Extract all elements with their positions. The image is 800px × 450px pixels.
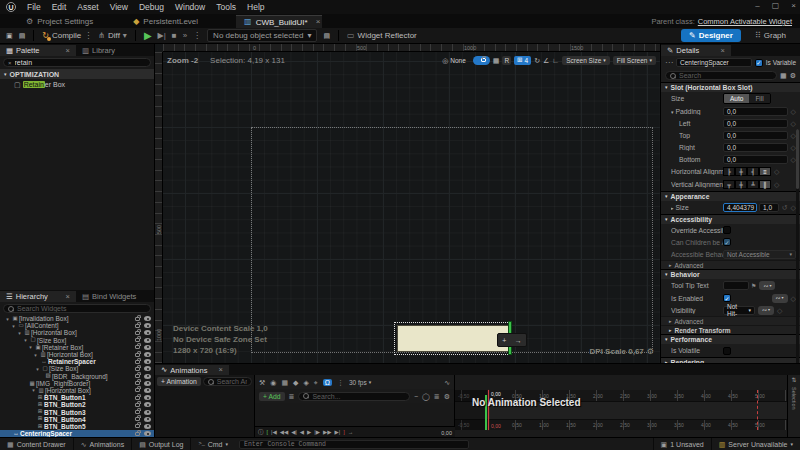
expander-icon[interactable]: ▾ — [22, 337, 29, 343]
size-rule-segmented[interactable]: Auto Fill — [723, 93, 771, 104]
step-back-button[interactable]: ◀| — [291, 430, 297, 436]
reset-diamond-icon[interactable]: ◇ — [791, 120, 796, 127]
lock-icon[interactable] — [135, 374, 140, 378]
display-options-icon[interactable]: ▦ — [780, 72, 787, 79]
gear-icon[interactable]: ⚙ — [790, 72, 796, 79]
menu-file[interactable]: File — [27, 2, 41, 12]
details-scrollbar[interactable] — [796, 129, 799, 363]
tab-project-settings[interactable]: ⚙ Project Settings — [18, 15, 101, 28]
palette-item-retainer-box[interactable]: ▢ Retainer Box — [0, 79, 154, 89]
expander-icon[interactable]: ▾ — [34, 366, 41, 372]
lock-icon[interactable] — [135, 403, 140, 407]
reset-diamond-icon[interactable]: ◇ — [777, 307, 782, 314]
close-icon[interactable]: × — [66, 293, 70, 301]
expander-icon[interactable]: ▾ — [30, 387, 37, 393]
timeline[interactable]: -0,50 0,50 1,00 1,50 2,00 2,50 3,00 3,50… — [455, 375, 787, 438]
render-icon[interactable]: ▦ — [281, 379, 288, 386]
corner-tool-icon[interactable]: ∟ — [552, 57, 559, 64]
eye-icon[interactable] — [144, 374, 151, 379]
tree-row[interactable]: ↔RetainerSpacer — [0, 358, 154, 365]
close-icon[interactable]: × — [66, 47, 70, 55]
track-search[interactable] — [298, 392, 409, 401]
grid-button[interactable]: ▦ — [493, 57, 500, 64]
tab-animations[interactable]: ∿ Animations × — [155, 365, 229, 375]
expander-icon[interactable]: ▾ — [27, 344, 34, 350]
animation-search[interactable] — [203, 377, 252, 386]
lock-icon[interactable] — [135, 381, 140, 385]
cmd-dropdown[interactable]: >_ Cmd ▾ — [191, 438, 235, 450]
clear-search-icon[interactable]: × — [8, 60, 12, 66]
lock-icon[interactable] — [135, 367, 140, 371]
lock-icon[interactable] — [135, 360, 140, 364]
override-accessible-checkbox[interactable] — [723, 226, 731, 234]
size-auto-option[interactable]: Auto — [724, 94, 749, 103]
expand-tracks-icon[interactable]: ⇅ — [788, 377, 800, 383]
details-search[interactable] — [665, 71, 777, 80]
tab-hierarchy[interactable]: ☰ Hierarchy × — [0, 291, 76, 302]
hierarchy-search[interactable] — [3, 304, 151, 313]
eye-icon[interactable] — [144, 352, 151, 357]
eye-icon[interactable] — [144, 330, 151, 335]
valign-bottom-button[interactable]: ┻ — [747, 180, 759, 189]
halign-left-button[interactable]: ┣ — [723, 167, 735, 176]
design-canvas[interactable]: Zoom -2 Selection: 4,19 x 131 ◎ None ▦ R… — [163, 52, 660, 363]
console-command-input[interactable] — [244, 441, 464, 448]
range-start-icon[interactable]: [ — [267, 430, 269, 436]
stop-button[interactable]: ■ — [172, 32, 177, 40]
minus-icon[interactable]: − — [414, 393, 418, 400]
chevron-right-icon[interactable]: ▸ — [671, 206, 674, 211]
lock-icon[interactable] — [135, 417, 140, 421]
valign-center-button[interactable]: ╋ — [735, 180, 747, 189]
close-tab-icon[interactable]: × — [316, 18, 321, 26]
add-track-button[interactable]: + Add — [259, 392, 285, 401]
marker-pin-icon[interactable]: ⌖ — [314, 379, 318, 386]
lock-icon[interactable] — [135, 432, 140, 436]
localization-preview-button[interactable]: ◎ None — [438, 56, 470, 65]
size-x-field[interactable]: 4,404379 — [723, 203, 757, 212]
bind-button[interactable]: ∾ ▾ — [759, 281, 775, 290]
go-to-end-button[interactable]: ▶| — [334, 430, 340, 436]
tree-row[interactable]: ⊞BTN_Button5 — [0, 423, 154, 430]
tree-row[interactable]: ▦[IMG_RightBorder] — [0, 380, 154, 387]
tree-row[interactable]: ▾▭[AllContent] — [0, 322, 154, 329]
padding-right-field[interactable]: 0,0 — [723, 143, 788, 152]
eye-icon[interactable] — [144, 431, 151, 436]
lock-icon[interactable] — [135, 353, 140, 357]
info-icon[interactable]: ⓘ — [258, 430, 264, 436]
eye-icon[interactable] — [144, 388, 151, 393]
step-back-frames-button[interactable]: ◀◀ — [280, 430, 288, 436]
section-render-transform[interactable]: ▸ Render Transform — [661, 325, 800, 334]
oval-icon[interactable]: ◯ — [422, 393, 430, 400]
unreal-logo-icon[interactable]: U — [6, 2, 16, 12]
wrench-icon[interactable]: ⚒ — [259, 379, 265, 386]
valign-fill-button[interactable]: ║ — [759, 180, 771, 189]
tab-bind-widgets[interactable]: ▤ Bind Widgets — [76, 291, 142, 302]
padding-field[interactable]: 0,0 — [723, 107, 788, 116]
menu-view[interactable]: View — [110, 2, 128, 12]
section-appearance[interactable]: ▾ Appearance — [661, 191, 800, 201]
output-log-button[interactable]: ▤ Output Log — [132, 438, 191, 450]
tree-row[interactable]: ▾▥[Horizontal Box] — [0, 329, 154, 336]
tab-persistent-level[interactable]: ◆ PersistentLevel — [125, 15, 206, 28]
kebab-icon[interactable]: ⋮ — [337, 379, 344, 386]
reset-diamond-icon[interactable]: ◇ — [774, 181, 779, 188]
play-button[interactable]: ▶ — [307, 430, 311, 436]
close-icon[interactable]: × — [721, 47, 725, 55]
widget-name-field[interactable]: CenteringSpacer — [676, 58, 752, 67]
console-command-field[interactable] — [239, 440, 469, 449]
tab-library[interactable]: ▥ Library — [76, 45, 121, 56]
tree-row[interactable]: ⊞BTN_Button2 — [0, 401, 154, 408]
lock-icon[interactable] — [135, 338, 140, 342]
source-control-status[interactable]: ▥ Server Unavailable ▾ — [711, 438, 800, 450]
filter-icon[interactable]: ≣ — [289, 393, 295, 400]
hierarchy-search-input[interactable] — [17, 305, 146, 312]
fill-screen-dropdown[interactable]: Fill Screen ▾ — [613, 56, 656, 65]
size-y-field[interactable]: 1,0 — [759, 203, 779, 212]
reset-diamond-icon[interactable]: ◇ — [791, 108, 796, 115]
step-forward-button[interactable]: |▶ — [314, 430, 320, 436]
auto-key-icon[interactable]: ◈ — [303, 379, 308, 386]
timeline-ruler-bottom[interactable]: -0,50 0,50 1,00 1,50 2,00 2,50 3,00 3,50… — [455, 419, 787, 430]
eye-icon[interactable] — [144, 366, 151, 371]
tooltip-field[interactable] — [723, 281, 749, 290]
widget-reflector-button[interactable]: ▭ Widget Reflector — [347, 31, 417, 40]
